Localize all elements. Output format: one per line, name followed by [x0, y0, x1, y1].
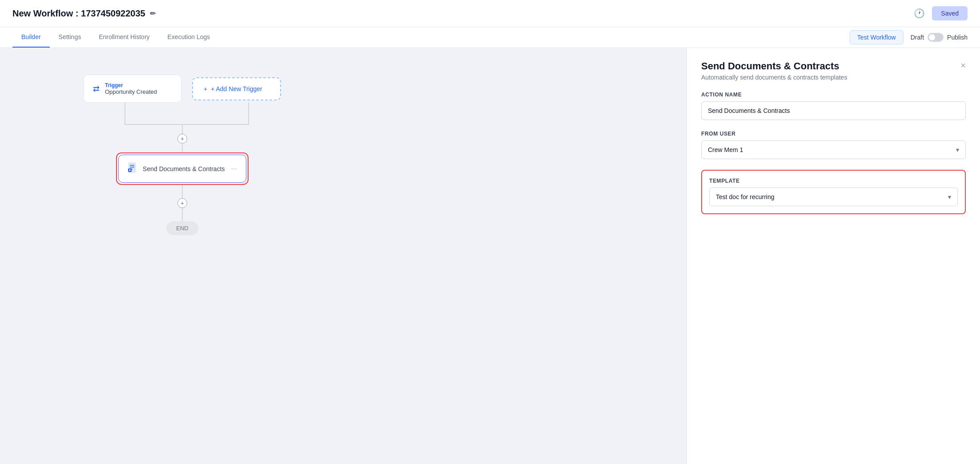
- from-user-chevron: ▾: [956, 146, 959, 153]
- panel-title-section: Send Documents & Contracts Automatically…: [701, 60, 847, 81]
- workflow-nodes: ⇄ Trigger Opportunity Created + + Add Ne…: [27, 66, 338, 235]
- nav-bar: Builder Settings Enrollment History Exec…: [0, 27, 980, 48]
- tab-builder[interactable]: Builder: [12, 27, 50, 48]
- trigger-row: ⇄ Trigger Opportunity Created + + Add Ne…: [84, 75, 281, 103]
- main-content: ⇄ Trigger Opportunity Created + + Add Ne…: [0, 48, 980, 464]
- tab-execution[interactable]: Execution Logs: [159, 27, 219, 48]
- panel-title: Send Documents & Contracts: [701, 60, 847, 72]
- from-user-value: Crew Mem 1: [708, 146, 743, 153]
- nav-right-actions: Test Workflow Draft Publish: [850, 30, 968, 44]
- template-label: TEMPLATE: [709, 178, 958, 184]
- history-icon[interactable]: 🕐: [914, 8, 925, 19]
- panel-subtitle: Automatically send documents & contracts…: [701, 74, 847, 81]
- workflow-canvas: ⇄ Trigger Opportunity Created + + Add Ne…: [0, 48, 687, 464]
- saved-button[interactable]: Saved: [932, 6, 968, 20]
- action-name-section: ACTION NAME: [701, 92, 966, 120]
- add-trigger-node[interactable]: + + Add New Trigger: [192, 77, 281, 100]
- app-header: New Workflow : 1737450922035 ✏ 🕐 Saved: [0, 0, 980, 27]
- action-name-input[interactable]: [701, 101, 966, 120]
- trigger-text: Trigger Opportunity Created: [105, 82, 157, 95]
- end-node[interactable]: END: [166, 221, 198, 235]
- add-trigger-label: + Add New Trigger: [211, 85, 262, 92]
- action-node-highlight: Send Documents & Contracts ···: [116, 152, 249, 185]
- bottom-connector: +: [177, 185, 187, 221]
- action-text: Send Documents & Contracts: [143, 165, 225, 172]
- tab-settings[interactable]: Settings: [50, 27, 90, 48]
- action-menu-icon[interactable]: ···: [231, 165, 237, 173]
- add-action-button[interactable]: +: [177, 134, 187, 144]
- action-node[interactable]: Send Documents & Contracts ···: [118, 155, 246, 183]
- toggle-slider: [928, 33, 944, 42]
- edit-icon[interactable]: ✏: [150, 9, 156, 18]
- template-value: Test doc for recurring: [716, 193, 775, 200]
- add-trigger-icon: +: [204, 85, 207, 92]
- from-user-label: FROM USER: [701, 131, 966, 137]
- action-name-label: ACTION NAME: [701, 92, 966, 98]
- template-section: TEMPLATE Test doc for recurring ▾: [701, 170, 966, 214]
- connector-line-2: [182, 208, 183, 221]
- from-user-section: FROM USER Crew Mem 1 ▾: [701, 131, 966, 159]
- merge-lines: +: [98, 103, 267, 152]
- right-panel: Send Documents & Contracts Automatically…: [687, 48, 980, 464]
- draft-label: Draft: [911, 34, 924, 41]
- draft-toggle-group: Draft Publish: [911, 33, 968, 42]
- trigger-icon: ⇄: [93, 84, 100, 94]
- workflow-title-container: New Workflow : 1737450922035 ✏: [12, 8, 156, 19]
- publish-toggle[interactable]: [928, 33, 944, 42]
- test-workflow-button[interactable]: Test Workflow: [850, 30, 904, 44]
- add-after-button[interactable]: +: [177, 198, 187, 208]
- connector-line-1: [182, 185, 183, 198]
- from-user-select[interactable]: Crew Mem 1 ▾: [701, 140, 966, 159]
- panel-close-button[interactable]: ×: [960, 60, 966, 71]
- tab-enrollment[interactable]: Enrollment History: [90, 27, 158, 48]
- header-actions: 🕐 Saved: [914, 6, 968, 20]
- panel-header: Send Documents & Contracts Automatically…: [701, 60, 966, 81]
- trigger-name: Opportunity Created: [105, 88, 157, 95]
- action-icon: [128, 162, 137, 175]
- template-chevron: ▾: [948, 193, 951, 200]
- trigger-node[interactable]: ⇄ Trigger Opportunity Created: [84, 75, 181, 103]
- template-select[interactable]: Test doc for recurring ▾: [709, 188, 958, 206]
- publish-label: Publish: [947, 34, 968, 41]
- nav-tabs-left: Builder Settings Enrollment History Exec…: [12, 27, 219, 48]
- trigger-label: Trigger: [105, 82, 157, 88]
- workflow-title: New Workflow : 1737450922035: [12, 8, 145, 19]
